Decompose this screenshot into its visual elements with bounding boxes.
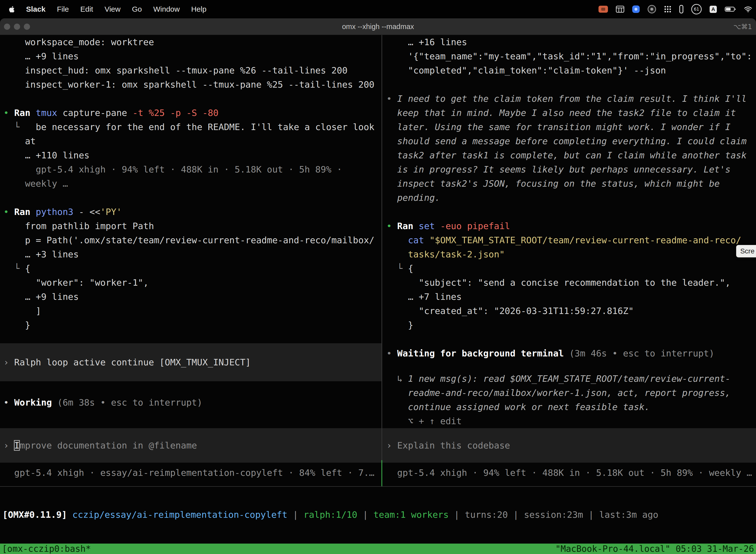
terminal-line: … +3 lines [0, 247, 381, 261]
prompt-input[interactable]: › Explain this codebase [382, 428, 756, 463]
terminal-line: should send a message before completing … [382, 134, 756, 148]
terminal-line: } [382, 318, 756, 332]
terminal-content: workspace_mode: worktree … +9 lines insp… [0, 35, 756, 554]
terminal-line: p = Path('.omx/state/team/review-current… [0, 233, 381, 247]
prompt-input-line: › Explain this codebase [382, 438, 756, 452]
terminal-line: "created_at": "2026-03-31T11:59:27.816Z" [382, 304, 756, 318]
terminal-line: • Waiting for background terminal (3m 46… [382, 346, 756, 361]
clipped-screenshot-overlay: Scre [736, 245, 756, 258]
right-pane[interactable]: … +16 lines '{"team_name":"my-team","tas… [382, 35, 756, 486]
menu-bar-left: Slack FileEditViewGoWindowHelp [0, 5, 206, 13]
app-menus: FileEditViewGoWindowHelp [57, 5, 206, 13]
menu-help[interactable]: Help [191, 5, 207, 13]
terminal-line: weekly … [0, 176, 381, 190]
terminal-line: '{"team_name":"my-team","task_id":"1","f… [382, 49, 756, 63]
terminal-line: • Ran tmux capture-pane -t %25 -p -S -80 [0, 106, 381, 120]
prompt-input[interactable]: › Ralph loop active continue [OMX_TMUX_I… [0, 343, 381, 381]
active-app-name[interactable]: Slack [26, 5, 45, 13]
prompt-input[interactable]: › Improve documentation in @filename [0, 428, 381, 463]
menu-view[interactable]: View [105, 5, 120, 13]
terminal-line: at [0, 134, 381, 148]
terminal-line: └ { [382, 261, 756, 276]
menu-bar: Slack FileEditViewGoWindowHelp 61 A [0, 0, 756, 18]
window-controls [4, 23, 30, 30]
terminal-line: is in progress? It seems likely but perh… [382, 162, 756, 176]
pane-divider[interactable] [381, 35, 382, 486]
terminal-line: … +16 lines [382, 35, 756, 49]
spacer [0, 381, 381, 395]
terminal-line: … +110 lines [0, 148, 381, 162]
terminal-line: continue assigned work or next feasible … [382, 400, 756, 414]
terminal-line: task2 after task1 is complete, but can I… [382, 148, 756, 162]
tmux-panes: workspace_mode: worktree … +9 lines insp… [0, 35, 756, 486]
terminal-line: • I need to get the claim token from the… [382, 92, 756, 106]
menu-edit[interactable]: Edit [80, 5, 93, 13]
terminal-line: … +9 lines [0, 290, 381, 304]
menu-go[interactable]: Go [132, 5, 142, 13]
terminal-line: readme-and-reco/mailbox/worker-1.json, a… [382, 386, 756, 400]
window-titlebar[interactable]: omx --xhigh --madmax ⌥⌘1 [0, 18, 756, 35]
spacer [382, 332, 756, 346]
terminal-line: gpt-5.4 xhigh · essay/ai-reimplementatio… [0, 466, 381, 480]
spacer [0, 92, 381, 106]
window-shortcut-hint: ⌥⌘1 [734, 23, 752, 31]
terminal-line: inspect task2's JSON, focusing on the st… [382, 176, 756, 190]
left-pane[interactable]: workspace_mode: worktree … +9 lines insp… [0, 35, 381, 486]
tmux-host-and-time: "MacBook-Pro-44.local" 05:03 31-Mar-26 [555, 544, 754, 554]
battery-percent-value: 61 [694, 7, 699, 12]
prompt-input-line: › Improve documentation in @filename [0, 438, 381, 452]
terminal-line: "subject": "send a concise recommendatio… [382, 276, 756, 290]
screen-recording-indicator[interactable] [598, 6, 608, 13]
menu-window[interactable]: Window [153, 5, 180, 13]
terminal-line: ] [0, 304, 381, 318]
dots-grid-icon[interactable] [664, 5, 672, 13]
terminal-line: … +7 lines [382, 290, 756, 304]
terminal-line: "completed","claim_token":"claim-token"}… [382, 63, 756, 77]
terminal-line: pending. [382, 190, 756, 205]
hud-separator [0, 486, 756, 487]
battery-icon[interactable] [725, 6, 736, 12]
terminal-window: omx --xhigh --madmax ⌥⌘1 workspace_mode:… [0, 18, 756, 554]
terminal-line: workspace_mode: worktree [0, 35, 381, 49]
spacer [0, 332, 381, 343]
battery-percent-ring[interactable]: 61 [691, 4, 702, 14]
spacer [382, 463, 756, 466]
terminal-line: └ { [0, 261, 381, 276]
spacer [382, 77, 756, 92]
terminal-line: gpt-5.4 xhigh · 94% left · 488K in · 5.1… [382, 466, 756, 480]
grid-window-icon[interactable] [616, 6, 624, 13]
terminal-line: inspect_worker-1: omx sparkshell --tmux-… [0, 77, 381, 92]
spacer [382, 361, 756, 372]
menu-file[interactable]: File [57, 5, 69, 13]
terminal-line: tasks/task-2.json" [382, 247, 756, 261]
spacer [0, 190, 381, 205]
terminal-line: } [0, 318, 381, 332]
desktop: Slack FileEditViewGoWindowHelp 61 A [0, 0, 756, 554]
terminal-line: keep that in mind. Maybe I also need the… [382, 106, 756, 120]
menu-bar-status-items: 61 A [598, 4, 756, 14]
zoom-button[interactable] [24, 23, 30, 30]
spacer [0, 409, 381, 428]
terminal-line: ⌥ + ↑ edit [382, 414, 756, 428]
tmux-status-bar: [omx-cczip0:bash* "MacBook-Pro-44.local"… [0, 544, 756, 554]
terminal-line: • Ran python3 - <<'PY' [0, 205, 381, 219]
spacer [0, 463, 381, 466]
input-source-icon[interactable]: A [710, 6, 717, 13]
dark-circle-icon[interactable] [648, 5, 656, 13]
terminal-line: gpt-5.4 xhigh · 94% left · 488K in · 5.1… [0, 162, 381, 176]
close-button[interactable] [4, 23, 10, 30]
slim-capsule-icon[interactable] [679, 5, 683, 13]
minimize-button[interactable] [14, 23, 20, 30]
terminal-line: … +9 lines [0, 49, 381, 63]
prompt-input-line: › Ralph loop active continue [OMX_TMUX_I… [0, 355, 381, 369]
tmux-session-label: [omx-cczip0:bash* [2, 544, 91, 554]
terminal-line: later. Using the same for transition mig… [382, 120, 756, 134]
omx-status-line: [OMX#0.11.9] cczip/essay/ai-reimplementa… [0, 508, 756, 522]
spacer [382, 205, 756, 219]
terminal-line: inspect_hud: omx sparkshell --tmux-pane … [0, 63, 381, 77]
terminal-line: "worker": "worker-1", [0, 276, 381, 290]
apple-menu-icon[interactable] [9, 6, 15, 13]
wifi-icon[interactable] [744, 6, 752, 12]
terminal-line: ↳ 1 new msg(s): read $OMX_TEAM_STATE_ROO… [382, 372, 756, 386]
blue-app-icon[interactable] [632, 5, 640, 13]
